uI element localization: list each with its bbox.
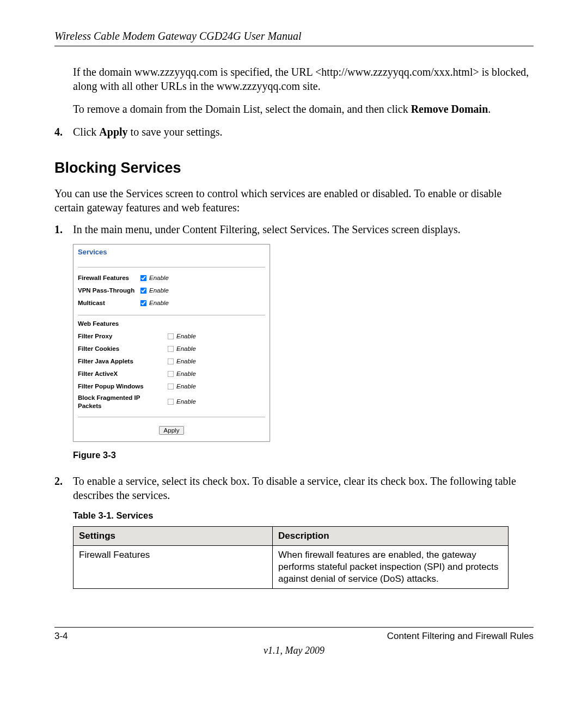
multicast-row: Multicast Enable <box>78 297 265 309</box>
filter-java-row: Filter Java Applets Enable <box>78 355 265 368</box>
figure-caption: Figure 3-3 <box>73 449 534 461</box>
block-fragmented-label: Block Fragmented IP Packets <box>78 394 165 410</box>
apply-button[interactable]: Apply <box>159 426 185 435</box>
footer-page-num: 3-4 <box>54 631 68 642</box>
vpn-passthrough-label: VPN Pass-Through <box>78 287 138 295</box>
firewall-features-enable: Enable <box>149 274 169 282</box>
filter-java-label: Filter Java Applets <box>78 357 165 366</box>
services-table: Settings Description Firewall Features W… <box>73 526 509 589</box>
domain-example-text: If the domain www.zzzyyqq.com is specifi… <box>73 65 534 93</box>
block-fragmented-row: Block Fragmented IP Packets Enable <box>78 393 265 411</box>
multicast-checkbox[interactable] <box>140 300 147 307</box>
filter-cookies-enable: Enable <box>176 345 196 353</box>
step-2-num: 2. <box>54 474 73 502</box>
filter-popup-checkbox[interactable] <box>168 384 174 390</box>
cell-firewall-setting: Firewall Features <box>74 545 273 588</box>
th-settings: Settings <box>74 526 273 545</box>
filter-proxy-checkbox[interactable] <box>168 333 174 340</box>
firewall-features-checkbox[interactable] <box>140 275 147 282</box>
filter-activex-label: Filter ActiveX <box>78 370 165 378</box>
doc-header: Wireless Cable Modem Gateway CGD24G User… <box>54 30 534 46</box>
step-2: 2. To enable a service, select its check… <box>54 474 534 502</box>
step-1-text: In the main menu, under Content Filterin… <box>73 222 461 236</box>
vpn-passthrough-checkbox[interactable] <box>140 288 147 294</box>
services-panel-title: Services <box>74 245 270 259</box>
filter-popup-label: Filter Popup Windows <box>78 382 165 391</box>
firewall-features-label: Firewall Features <box>78 274 138 282</box>
multicast-label: Multicast <box>78 299 138 307</box>
block-fragmented-enable: Enable <box>176 398 196 406</box>
step-4: 4. Click Apply to save your settings. <box>54 125 534 139</box>
filter-proxy-label: Filter Proxy <box>78 332 165 340</box>
remove-post: . <box>488 103 491 115</box>
filter-proxy-row: Filter Proxy Enable <box>78 330 265 343</box>
footer-section: Content Filtering and Firewall Rules <box>387 631 534 642</box>
remove-domain-text: To remove a domain from the Domain List,… <box>73 102 534 116</box>
cell-firewall-desc: When firewall features are enabled, the … <box>273 545 509 588</box>
web-features-heading: Web Features <box>74 315 270 329</box>
services-screenshot: Services Firewall Features Enable VPN Pa… <box>73 244 270 442</box>
remove-bold: Remove Domain <box>411 103 488 115</box>
filter-proxy-enable: Enable <box>176 332 196 340</box>
vpn-passthrough-enable: Enable <box>149 287 169 295</box>
filter-cookies-checkbox[interactable] <box>168 346 174 352</box>
remove-pre: To remove a domain from the Domain List,… <box>73 103 411 115</box>
intro-text: You can use the Services screen to contr… <box>54 186 534 215</box>
step-4-bold: Apply <box>99 126 127 138</box>
filter-activex-enable: Enable <box>176 370 196 378</box>
filter-java-enable: Enable <box>176 357 196 366</box>
step-2-text: To enable a service, select its check bo… <box>73 474 534 502</box>
filter-cookies-label: Filter Cookies <box>78 345 165 353</box>
step-4-num: 4. <box>54 125 73 139</box>
firewall-features-row: Firewall Features Enable <box>78 272 265 284</box>
multicast-enable: Enable <box>149 299 169 307</box>
table-caption: Table 3-1. Services <box>73 510 534 521</box>
step-1: 1. In the main menu, under Content Filte… <box>54 222 534 236</box>
th-description: Description <box>273 526 509 545</box>
filter-activex-row: Filter ActiveX Enable <box>78 368 265 380</box>
filter-activex-checkbox[interactable] <box>168 371 174 378</box>
block-fragmented-checkbox[interactable] <box>168 399 174 405</box>
filter-java-checkbox[interactable] <box>168 358 174 365</box>
footer-version: v1.1, May 2009 <box>54 645 534 656</box>
filter-cookies-row: Filter Cookies Enable <box>78 343 265 355</box>
step-4-post: to save your settings. <box>128 126 223 138</box>
vpn-passthrough-row: VPN Pass-Through Enable <box>78 284 265 297</box>
table-row: Firewall Features When firewall features… <box>74 545 509 588</box>
step-4-pre: Click <box>73 126 99 138</box>
filter-popup-enable: Enable <box>176 382 196 391</box>
step-1-num: 1. <box>54 222 73 236</box>
page-footer: 3-4 Content Filtering and Firewall Rules <box>54 627 534 642</box>
section-heading: Blocking Services <box>54 159 534 178</box>
filter-popup-row: Filter Popup Windows Enable <box>78 380 265 393</box>
